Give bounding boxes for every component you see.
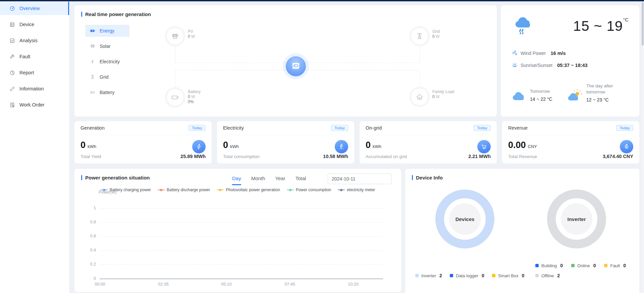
card-footer-value: 3,674.40 CNY [603, 154, 633, 159]
rain-cloud-icon [513, 15, 535, 37]
tab-total[interactable]: Total [296, 175, 306, 185]
sunrise-sunset-value: 05:37 ~ 18:43 [557, 63, 588, 68]
card-unit: kWh [373, 144, 381, 149]
legend-offline[interactable]: Offline 2 [535, 273, 560, 278]
sidebar-item-analysis[interactable]: Analysis [0, 34, 69, 47]
day-after-range: 12 ~ 23 °C [586, 97, 621, 102]
link-icon [9, 86, 15, 92]
on-grid-card: On-grid Today 0 kWh Accumulated on grid … [360, 121, 497, 163]
sidebar-item-information[interactable]: Information [0, 82, 69, 95]
inverter-node [286, 56, 306, 76]
x-tickmark [100, 279, 100, 281]
tab-label: Solar [100, 44, 111, 49]
tab-electricity[interactable]: Electricity [85, 56, 129, 68]
date-input[interactable] [332, 176, 392, 181]
forecast-tomorrow: Tomorrow 14 ~ 22 °C [512, 86, 552, 102]
antenna-icon [90, 74, 95, 80]
realtime-power-panel: Real time power generation Energy Solar … [74, 5, 497, 117]
panel-title: Real time power generation [81, 11, 151, 17]
legend-battery-discharge[interactable]: Battery discharge power [158, 188, 210, 192]
sidebar-item-fault[interactable]: Fault [0, 50, 69, 63]
x-tick: 00:00 [90, 282, 110, 287]
sidebar-item-overview[interactable]: Overview [0, 2, 69, 15]
battery-label: Battery 0 W 0% [188, 89, 201, 104]
legend-building[interactable]: Building 0 [535, 263, 563, 268]
legend-electricity-meter[interactable]: electricity meter [338, 188, 375, 192]
y-tick: 0 [83, 276, 96, 281]
legend-inverter[interactable]: Inverter 2 [415, 273, 442, 278]
chart-legend: Battery charging power Battery discharge… [74, 188, 401, 192]
work-order-icon [9, 102, 15, 108]
legend-power-consumption[interactable]: Power consumption [287, 188, 331, 192]
scrollbar[interactable] [641, 1, 644, 293]
chart-line-icon [9, 38, 15, 44]
flat-zero-series-line [100, 279, 383, 279]
legend-photovoltaic[interactable]: Photovoltaic power generation [217, 188, 280, 192]
today-badge[interactable]: Today [616, 125, 633, 131]
x-tick: 05:10 [216, 282, 236, 287]
x-tick: 07:45 [280, 282, 300, 287]
inverter-icon [291, 61, 301, 71]
tab-day[interactable]: Day [232, 175, 241, 185]
today-badge[interactable]: Today [189, 125, 206, 131]
flow-line-family [420, 70, 420, 87]
tab-label: Electricity [100, 59, 120, 64]
x-tickmark [290, 279, 290, 281]
card-value: 0 [80, 140, 86, 150]
inverter-status-legend-row2: Offline 2 [535, 273, 560, 278]
bolt-icon [192, 140, 206, 153]
legend-fault[interactable]: Fault 0 [604, 263, 626, 268]
legend-data-logger[interactable]: Data logger 0 [450, 273, 484, 278]
card-unit: kWh [230, 144, 239, 149]
sidebar-item-label: Overview [19, 6, 40, 11]
date-picker[interactable] [328, 173, 391, 184]
x-tick: 02:35 [153, 282, 173, 287]
pv-node [166, 27, 184, 45]
today-badge[interactable]: Today [331, 125, 348, 131]
weather-panel: 15 ~ 19°C Wind Power 16 m/s Sunrise/Suns… [501, 5, 639, 117]
battery-soc: 0% [188, 99, 201, 104]
scrollbar-thumb[interactable] [642, 2, 644, 46]
lightning-icon [90, 59, 95, 64]
sidebar-item-work-order[interactable]: Work Order [0, 98, 69, 112]
inverter-donut-label: Inverter [561, 203, 592, 235]
tab-energy[interactable]: Energy [85, 25, 129, 37]
tab-battery[interactable]: Battery [85, 86, 129, 98]
tab-grid[interactable]: Grid [85, 71, 129, 83]
pv-value: 0 [188, 34, 190, 39]
device-rack-icon [9, 22, 15, 27]
gridline [100, 265, 383, 265]
card-footer-value: 25.89 MWh [180, 154, 206, 159]
card-title: Electricity [223, 125, 244, 131]
tab-label: Battery [100, 90, 114, 95]
flow-line-battery [175, 70, 175, 88]
generation-card: Generation Today 0 kWh Total Yield 25.89… [74, 121, 212, 163]
grid-node [411, 27, 428, 45]
sunrise-sunset-label: Sunrise/Sunset [521, 63, 552, 68]
grid-label: Grid 0 W [432, 29, 440, 39]
x-tickmark [383, 279, 383, 281]
sidebar-item-report[interactable]: Report [0, 66, 69, 79]
sidebar-item-label: Fault [19, 54, 30, 59]
flow-line-grid [420, 46, 420, 63]
today-badge[interactable]: Today [474, 125, 491, 131]
card-footer-label: Total Revenue [508, 154, 537, 159]
energy-tab-list: Energy Solar Electricity Grid [85, 25, 129, 102]
tab-solar[interactable]: Solar [85, 40, 129, 52]
power-generation-chart-panel: Power generation situation Day Month Yea… [74, 169, 401, 292]
sidebar-item-label: Device [19, 22, 34, 27]
pv-label: PV 0 W [188, 29, 195, 39]
x-tickmark [226, 279, 227, 281]
card-footer-label: Total Yield [80, 154, 101, 159]
family-load-label: Family Load 0 W [432, 89, 454, 99]
family-load-name: Family Load [432, 89, 454, 94]
tab-year[interactable]: Year [275, 175, 285, 185]
panel-title: Power generation situation [81, 175, 150, 180]
card-value: 0 [366, 140, 371, 150]
legend-smart-box[interactable]: Smart Box 0 [492, 273, 524, 278]
wind-power-row: Wind Power 16 m/s [512, 50, 566, 56]
tab-month[interactable]: Month [251, 175, 265, 185]
sidebar-item-device[interactable]: Device [0, 18, 69, 31]
tomorrow-label: Tomorrow [530, 88, 552, 94]
legend-online[interactable]: Online 0 [571, 263, 596, 268]
